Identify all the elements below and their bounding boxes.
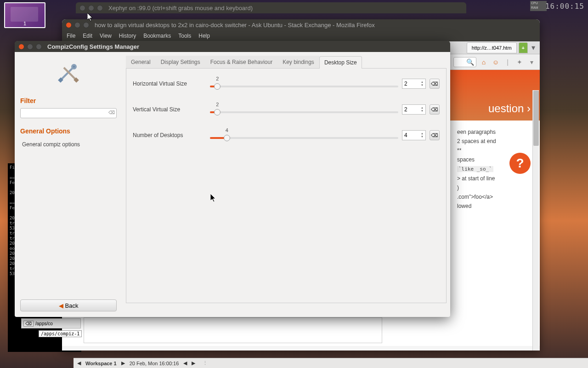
- firefox-titlebar[interactable]: how to align virtual desktops to 2x2 in …: [62, 19, 540, 30]
- help-line: een paragraphs: [457, 127, 531, 137]
- workspace-switcher-thumb[interactable]: 1: [4, 2, 45, 28]
- back-arrow-icon: ◀: [59, 302, 63, 309]
- tab-display-settings[interactable]: Display Settings: [156, 56, 205, 68]
- back-button[interactable]: ◀ Back: [20, 299, 117, 311]
- spin-up-icon[interactable]: ▲: [421, 106, 424, 109]
- maximize-icon[interactable]: [97, 5, 103, 11]
- maximize-icon[interactable]: [36, 44, 42, 50]
- slider-thumb[interactable]: [214, 83, 220, 90]
- general-options-heading: General Options: [20, 127, 117, 135]
- addon-icon[interactable]: ✦: [515, 58, 524, 67]
- spin-input[interactable]: 4 ▲▼: [402, 130, 426, 140]
- menu-help[interactable]: Help: [198, 33, 210, 39]
- filter-heading: Filter: [20, 97, 117, 104]
- spin-input[interactable]: 2 ▲▼: [402, 79, 426, 89]
- panel-prev-icon[interactable]: ◀: [77, 360, 81, 366]
- setting-label: Horizontal Virtual Size: [133, 80, 206, 87]
- tab-focus-raise-behaviour[interactable]: Focus & Raise Behaviour: [205, 56, 277, 68]
- date-prev-icon[interactable]: ◀: [183, 360, 187, 366]
- menu-dropdown-icon[interactable]: ▾: [527, 58, 536, 67]
- ccsm-titlebar[interactable]: CompizConfig Settings Manager: [15, 41, 450, 52]
- slider-value-label: 2: [216, 76, 219, 81]
- browser-tab[interactable]: http://z…t047.htm: [467, 42, 517, 53]
- setting-label: Number of Desktops: [133, 132, 206, 138]
- svg-point-0: [72, 65, 76, 69]
- tab-key-bindings[interactable]: Key bindings: [277, 56, 319, 68]
- back-button-label: Back: [65, 302, 79, 309]
- panel-separator-icon: ⋮: [203, 360, 208, 366]
- help-line: > at start of line: [457, 174, 531, 183]
- reset-button[interactable]: ⌫: [430, 104, 440, 115]
- setting-label: Vertical Virtual Size: [133, 106, 206, 113]
- close-icon[interactable]: [18, 44, 24, 50]
- workspace-indicator[interactable]: Workspace 1: [85, 361, 117, 366]
- spin-down-icon[interactable]: ▼: [421, 135, 424, 138]
- ccsm-sidebar: Filter ⌫ General Options General compiz …: [15, 52, 122, 317]
- spin-input[interactable]: 2 ▲▼: [402, 104, 426, 115]
- filter-input[interactable]: [20, 108, 117, 118]
- answer-editor-box[interactable]: [84, 317, 382, 343]
- menu-history[interactable]: History: [119, 33, 136, 39]
- help-code: `like _so_`: [457, 166, 493, 172]
- slider[interactable]: 2: [210, 108, 398, 116]
- tab-desktop-size[interactable]: Desktop Size: [319, 56, 362, 69]
- tab-general[interactable]: General: [126, 56, 156, 68]
- spin-up-icon[interactable]: ▲: [421, 132, 424, 135]
- slider-value-label: 4: [226, 127, 228, 133]
- setting-row: Horizontal Virtual Size 2 2 ▲▼ ⌫: [133, 77, 440, 91]
- panel-datetime[interactable]: 20 Feb, Mon 16:00:16: [130, 361, 179, 366]
- slider[interactable]: 4: [210, 134, 398, 142]
- firefox-title-text: how to align virtual desktops to 2x2 in …: [95, 22, 375, 29]
- panel-next-icon[interactable]: ▶: [121, 360, 125, 366]
- menu-edit[interactable]: Edit: [83, 33, 92, 39]
- reset-button[interactable]: ⌫: [430, 130, 440, 140]
- slider[interactable]: 2: [210, 82, 398, 91]
- reset-button[interactable]: ⌫: [430, 79, 440, 89]
- help-line: ): [457, 183, 531, 192]
- minimize-icon[interactable]: [27, 44, 33, 50]
- spin-value: 4: [404, 132, 407, 138]
- search-icon[interactable]: 🔍: [465, 58, 475, 67]
- system-monitor-applet[interactable]: CPU RAM: [530, 1, 547, 11]
- gconf-path-entry-2[interactable]: /apps/compiz-1: [39, 330, 82, 337]
- slider-thumb[interactable]: [224, 135, 230, 141]
- date-next-icon[interactable]: ▶: [192, 360, 195, 366]
- gconf-path-entry[interactable]: ⌫ /apps/co: [21, 318, 81, 328]
- cursor-icon: [87, 13, 94, 22]
- tab-dropdown-icon[interactable]: ▾: [531, 43, 535, 52]
- new-tab-button[interactable]: +: [519, 42, 528, 53]
- minimize-icon[interactable]: [74, 22, 80, 28]
- general-compiz-options-item[interactable]: General compiz options: [20, 138, 117, 150]
- xephyr-title-text: Xephyr on :99.0 (ctrl+shift grabs mouse …: [108, 5, 253, 12]
- ccsm-main-pane: GeneralDisplay SettingsFocus & Raise Beh…: [122, 52, 450, 317]
- slider-thumb[interactable]: [214, 109, 220, 115]
- gconf-path-text: /apps/co: [35, 321, 53, 326]
- clear-filter-icon[interactable]: ⌫: [108, 110, 115, 115]
- minimize-icon[interactable]: [88, 5, 94, 11]
- menu-view[interactable]: View: [100, 33, 112, 39]
- help-line: **: [457, 146, 531, 155]
- search-box[interactable]: 🔍: [453, 57, 476, 67]
- scrollbar-thumb[interactable]: [533, 91, 539, 146]
- workspace-number: 1: [23, 21, 26, 26]
- menu-bookmarks[interactable]: Bookmarks: [143, 33, 171, 39]
- help-line: .com">foo</a>: [457, 192, 531, 201]
- close-icon[interactable]: [66, 22, 72, 28]
- spin-value: 2: [404, 80, 407, 87]
- clear-icon[interactable]: ⌫: [23, 321, 34, 327]
- close-icon[interactable]: [79, 5, 85, 11]
- smiley-icon[interactable]: ☺: [491, 58, 500, 67]
- markdown-help-text: een paragraphs2 spaces at end**spaces`li…: [457, 127, 531, 211]
- ask-question-link[interactable]: uestion ›: [488, 102, 531, 115]
- xephyr-window-titlebar[interactable]: Xephyr on :99.0 (ctrl+shift grabs mouse …: [76, 2, 466, 13]
- menu-file[interactable]: File: [67, 33, 75, 39]
- menu-tools[interactable]: Tools: [178, 33, 191, 39]
- spin-down-icon[interactable]: ▼: [421, 109, 424, 113]
- spin-down-icon[interactable]: ▼: [421, 84, 424, 87]
- slider-value-label: 2: [216, 102, 219, 107]
- vertical-scrollbar[interactable]: [532, 90, 539, 351]
- home-icon[interactable]: ⌂: [479, 58, 488, 67]
- maximize-icon[interactable]: [83, 22, 89, 28]
- spin-up-icon[interactable]: ▲: [421, 80, 424, 84]
- spin-value: 2: [404, 106, 407, 113]
